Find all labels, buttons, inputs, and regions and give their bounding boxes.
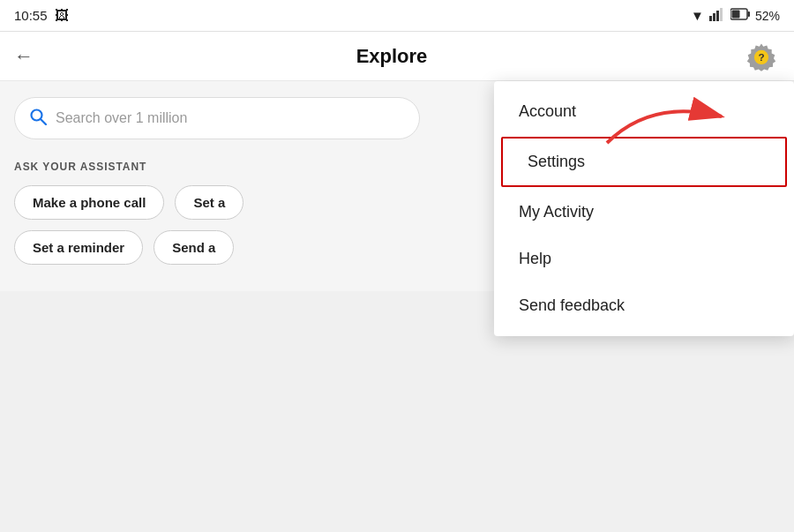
svg-rect-6 (731, 11, 739, 19)
menu-help[interactable]: Help (494, 236, 794, 282)
search-bar[interactable]: Search over 1 million (14, 97, 420, 139)
search-placeholder: Search over 1 million (56, 110, 187, 126)
menu-settings[interactable]: Settings (501, 137, 787, 187)
search-icon (29, 108, 47, 130)
status-time: 10:55 (14, 8, 48, 23)
battery-percent: 52% (755, 9, 780, 23)
svg-rect-0 (709, 16, 712, 21)
back-button[interactable]: ← (14, 45, 34, 68)
dropdown-menu: Account Settings My Activity Help Send f… (494, 81, 794, 336)
svg-text:?: ? (758, 51, 764, 63)
svg-rect-3 (720, 8, 723, 21)
status-bar: 10:55 🖼 ▼ 52% (0, 0, 794, 32)
svg-rect-5 (747, 11, 750, 17)
chip-set[interactable]: Set a (175, 185, 243, 220)
wifi-icon: ▼ (691, 8, 704, 23)
menu-account[interactable]: Account (494, 88, 794, 135)
status-image-icon: 🖼 (55, 8, 69, 24)
gear-icon: ? (745, 41, 777, 72)
status-left: 10:55 🖼 (14, 8, 69, 24)
chip-reminder[interactable]: Set a reminder (14, 230, 143, 265)
gear-button[interactable]: ? (743, 38, 780, 75)
svg-line-11 (41, 119, 46, 124)
svg-rect-2 (716, 11, 719, 21)
chip-send[interactable]: Send a (154, 230, 234, 265)
battery-icon (730, 8, 750, 23)
status-right: ▼ 52% (691, 7, 780, 24)
chip-phone[interactable]: Make a phone call (14, 185, 164, 220)
menu-activity[interactable]: My Activity (494, 189, 794, 236)
svg-rect-1 (713, 13, 715, 21)
page-title: Explore (41, 45, 743, 68)
top-bar: ← Explore ? Account Settings My Activity… (0, 32, 794, 81)
signal-icon (709, 7, 725, 24)
menu-feedback[interactable]: Send feedback (494, 282, 794, 329)
